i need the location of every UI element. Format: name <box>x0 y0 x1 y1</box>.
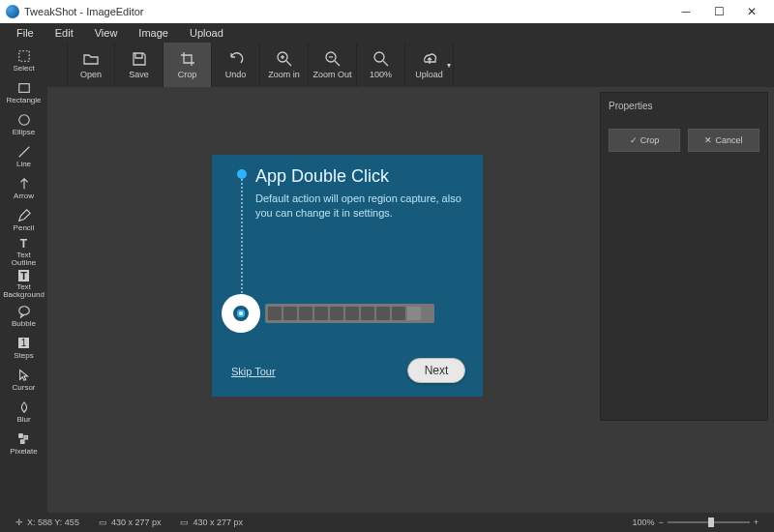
tool-blur[interactable]: Blur <box>1 396 46 428</box>
main-area: Select Rectangle Ellipse Line Arrow Penc… <box>0 43 774 513</box>
toolbar-100-label: 100% <box>370 70 392 79</box>
toolbar-upload-label: Upload <box>415 70 443 79</box>
mini-icon <box>376 307 390 320</box>
zoom-slider[interactable] <box>668 521 750 523</box>
toolbar-zoom-in-label: Zoom in <box>268 70 300 79</box>
toolbar-upload[interactable]: Upload▾ <box>405 43 454 87</box>
onboard-description: Default action will open region capture,… <box>255 192 468 221</box>
window-title: TweakShot - ImageEditor <box>24 6 670 17</box>
tool-blur-label: Blur <box>16 415 30 424</box>
onboard-dotted-line <box>241 179 243 305</box>
svg-point-4 <box>18 306 29 314</box>
check-icon: ✓ <box>630 135 638 145</box>
canvas-area[interactable]: Properties ✓Crop ✕Cancel App Double Clic… <box>47 87 774 513</box>
toolbar-save-label: Save <box>129 70 149 79</box>
status-dim2-text: 430 x 277 px <box>193 517 243 527</box>
mini-icon <box>299 307 313 320</box>
x-icon: ✕ <box>704 135 712 145</box>
steps-icon: 1 <box>17 337 31 350</box>
line-icon <box>17 145 31 159</box>
svg-line-16 <box>383 61 388 66</box>
menu-edit[interactable]: Edit <box>45 27 84 39</box>
maximize-button[interactable]: ☐ <box>702 1 735 22</box>
tool-steps-label: Steps <box>14 351 33 360</box>
tool-arrow[interactable]: Arrow <box>1 172 46 204</box>
left-toolbox: Select Rectangle Ellipse Line Arrow Penc… <box>0 43 47 513</box>
center-area: Open Save Crop Undo Zoom in Zoom Out 100… <box>47 43 774 513</box>
tool-select[interactable]: Select <box>1 44 46 76</box>
properties-crop-button[interactable]: ✓Crop <box>609 129 680 152</box>
undo-icon <box>227 50 245 68</box>
tool-pixelate[interactable]: Pixelate <box>1 428 46 459</box>
pixelate-icon <box>17 432 31 446</box>
zoom-plus-button[interactable]: + <box>754 517 759 527</box>
status-dim1: ▭430 x 277 px <box>89 517 171 527</box>
svg-rect-0 <box>18 50 29 61</box>
onboard-highlight-ring <box>222 294 260 333</box>
tool-cursor[interactable]: Cursor <box>1 364 46 396</box>
toolbar-open[interactable]: Open <box>67 43 115 87</box>
mini-close-icon <box>407 307 421 320</box>
svg-line-13 <box>335 61 340 66</box>
tool-text-background-label: Text Background <box>3 283 45 299</box>
skip-tour-link[interactable]: Skip Tour <box>231 366 276 377</box>
status-dim1-text: 430 x 277 px <box>111 517 162 527</box>
text-bg-icon: T <box>17 269 31 282</box>
status-zoom: 100% − + <box>622 517 768 527</box>
svg-line-9 <box>286 61 291 66</box>
menu-image[interactable]: Image <box>128 27 179 39</box>
svg-point-15 <box>374 52 384 62</box>
properties-cancel-button[interactable]: ✕Cancel <box>688 129 759 152</box>
tool-text-background[interactable]: TText Background <box>1 268 46 300</box>
toolbar-undo-label: Undo <box>225 70 247 79</box>
status-bar: ✛X: 588 Y: 455 ▭430 x 277 px ▭430 x 277 … <box>0 513 774 532</box>
mini-icon <box>314 307 328 320</box>
tool-rectangle[interactable]: Rectangle <box>1 76 46 108</box>
svg-point-2 <box>18 114 29 125</box>
upload-icon <box>421 50 438 68</box>
status-coords-text: X: 588 Y: 455 <box>27 517 79 527</box>
tool-bubble[interactable]: Bubble <box>1 300 46 332</box>
menu-upload[interactable]: Upload <box>179 27 234 39</box>
top-toolbar: Open Save Crop Undo Zoom in Zoom Out 100… <box>47 43 774 87</box>
menu-bar: File Edit View Image Upload <box>0 23 774 43</box>
onboard-mini-toolbar <box>265 304 434 323</box>
next-button[interactable]: Next <box>407 358 465 383</box>
svg-rect-6 <box>24 435 28 439</box>
menu-view[interactable]: View <box>84 27 129 39</box>
toolbar-zoom-out[interactable]: Zoom Out <box>309 43 357 87</box>
tool-ellipse[interactable]: Ellipse <box>1 108 46 140</box>
toolbar-zoom-in[interactable]: Zoom in <box>260 43 309 87</box>
zoom-in-icon <box>276 50 293 68</box>
toolbar-zoom-out-label: Zoom Out <box>313 70 351 79</box>
select-icon <box>17 49 31 63</box>
properties-panel: Properties ✓Crop ✕Cancel <box>600 92 768 421</box>
tool-pencil[interactable]: Pencil <box>1 204 46 236</box>
status-dim2: ▭430 x 277 px <box>170 517 253 527</box>
menu-file[interactable]: File <box>6 27 45 39</box>
crop-icon <box>179 50 196 68</box>
tool-cursor-label: Cursor <box>12 383 35 392</box>
tool-text-outline[interactable]: TText Outline <box>1 236 46 268</box>
close-button[interactable]: ✕ <box>735 1 768 22</box>
ellipse-icon <box>17 113 31 127</box>
doc-icon: ▭ <box>99 517 107 527</box>
toolbar-crop[interactable]: Crop <box>164 43 212 87</box>
onboard-ring-inner-icon <box>233 306 249 321</box>
tool-steps[interactable]: 1Steps <box>1 332 46 364</box>
mini-icon <box>345 307 359 320</box>
toolbar-undo[interactable]: Undo <box>212 43 260 87</box>
zoom-100-icon <box>372 50 390 68</box>
text-outline-icon: T <box>17 237 31 251</box>
zoom-thumb[interactable] <box>708 517 714 527</box>
mini-icon <box>361 307 374 320</box>
rectangle-icon <box>17 81 31 95</box>
toolbar-100[interactable]: 100% <box>357 43 405 87</box>
save-icon <box>131 50 148 68</box>
minimize-button[interactable]: ─ <box>670 1 702 22</box>
toolbar-save[interactable]: Save <box>115 43 164 87</box>
tool-line[interactable]: Line <box>1 140 46 172</box>
zoom-minus-button[interactable]: − <box>658 517 663 527</box>
tool-text-outline-label: Text Outline <box>12 251 36 267</box>
svg-rect-5 <box>18 433 22 437</box>
